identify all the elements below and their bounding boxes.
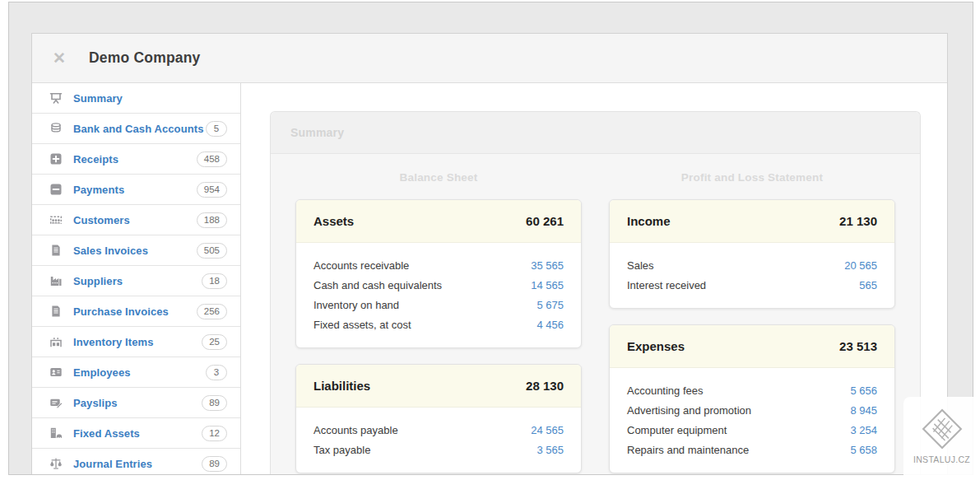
account-amount-link[interactable]: 14 565 (531, 279, 564, 291)
card-total: 21 130 (839, 214, 877, 228)
card-title: Assets (314, 214, 354, 228)
account-row: Fixed assets, at cost4 456 (314, 315, 564, 334)
sidebar-item-bank-and-cash-accounts[interactable]: Bank and Cash Accounts5 (32, 114, 240, 144)
account-label: Fixed assets, at cost (314, 319, 411, 331)
sidebar-item-label: Fixed Assets (73, 427, 202, 440)
sidebar-item-customers[interactable]: Customers188 (32, 205, 240, 235)
sidebar-item-label: Payslips (73, 397, 202, 409)
account-row: Computer equipment3 254 (627, 420, 877, 440)
account-label: Inventory on hand (314, 299, 399, 311)
account-amount-link[interactable]: 4 456 (536, 319, 564, 331)
sidebar-item-employees[interactable]: Employees3 (32, 357, 240, 388)
summary-panel-body: Balance SheetAssets60 261Accounts receiv… (271, 154, 920, 475)
sidebar-item-label: Bank and Cash Accounts (73, 123, 206, 135)
count-badge: 89 (202, 395, 227, 411)
column-heading: Balance Sheet (295, 171, 582, 185)
card-total: 23 513 (839, 339, 877, 353)
sidebar-item-payslips[interactable]: Payslips89 (32, 388, 240, 418)
account-amount-link[interactable]: 3 254 (850, 424, 877, 436)
card-header: Income21 130 (610, 200, 894, 243)
sidebar-item-payments[interactable]: Payments954 (32, 175, 240, 205)
liabilities-card: Liabilities28 130Accounts payable24 565T… (295, 364, 582, 473)
sidebar-item-label: Receipts (73, 153, 197, 165)
column-heading: Profit and Loss Statement (609, 171, 895, 185)
close-icon[interactable]: ✕ (53, 50, 66, 66)
account-amount-link[interactable]: 565 (859, 279, 877, 291)
watermark-text: INSTALUJ.CZ (913, 454, 970, 464)
card-title: Expenses (627, 339, 685, 353)
sidebar-item-fixed-assets[interactable]: Fixed Assets12 (32, 418, 240, 449)
factory-icon (49, 274, 63, 287)
account-amount-link[interactable]: 3 565 (536, 444, 564, 456)
account-row: Accounts payable24 565 (314, 420, 564, 440)
app-body: SummaryBank and Cash Accounts5Receipts45… (32, 83, 947, 475)
account-amount-link[interactable]: 20 565 (844, 259, 877, 272)
account-label: Accounts payable (314, 424, 398, 436)
account-label: Computer equipment (627, 424, 727, 436)
invoice-icon (49, 305, 63, 318)
account-amount-link[interactable]: 24 565 (531, 424, 564, 436)
cards-stack: Income21 130Sales20 565Interest received… (609, 199, 895, 473)
card-header: Assets60 261 (296, 200, 581, 243)
sidebar-item-label: Journal Entries (73, 458, 202, 470)
card-header: Expenses23 513 (610, 325, 894, 368)
account-amount-link[interactable]: 8 945 (850, 404, 877, 417)
account-row: Sales20 565 (627, 255, 877, 275)
count-badge: 954 (197, 182, 227, 198)
presentation-icon (49, 91, 63, 105)
account-label: Interest received (627, 279, 706, 291)
account-label: Advertising and promotion (627, 404, 751, 417)
report-column-profit-and-loss-statement: Profit and Loss StatementIncome21 130Sal… (609, 154, 895, 475)
sidebar-item-label: Suppliers (73, 275, 202, 287)
account-row: Accounting fees5 656 (627, 380, 877, 400)
account-amount-link[interactable]: 5 675 (536, 299, 564, 311)
count-badge: 3 (206, 365, 227, 380)
count-badge: 18 (202, 273, 227, 289)
account-row: Interest received565 (627, 275, 877, 295)
account-label: Accounting fees (627, 384, 704, 397)
count-badge: 5 (206, 121, 227, 137)
account-row: Advertising and promotion8 945 (627, 400, 877, 420)
sidebar-item-purchase-invoices[interactable]: Purchase Invoices256 (32, 296, 240, 327)
sidebar-item-suppliers[interactable]: Suppliers18 (32, 266, 240, 296)
account-label: Sales (627, 259, 654, 272)
card-body: Sales20 565Interest received565 (610, 243, 894, 308)
count-badge: 256 (197, 304, 227, 319)
instaluj-diamond-logo (919, 406, 965, 452)
expenses-card: Expenses23 513Accounting fees5 656Advert… (609, 324, 895, 473)
watermark: INSTALUJ.CZ (903, 397, 980, 480)
assets-card: Assets60 261Accounts receivable35 565Cas… (295, 199, 582, 348)
account-row: Tax payable3 565 (314, 440, 564, 459)
sidebar-item-inventory-items[interactable]: Inventory Items25 (32, 327, 240, 357)
card-header: Liabilities28 130 (296, 365, 581, 408)
count-badge: 505 (197, 243, 227, 259)
report-columns: Balance SheetAssets60 261Accounts receiv… (295, 154, 895, 475)
sidebar-item-summary[interactable]: Summary (32, 83, 240, 114)
sidebar-item-label: Inventory Items (73, 336, 202, 348)
sidebar-item-sales-invoices[interactable]: Sales Invoices505 (32, 235, 240, 266)
card-body: Accounts receivable35 565Cash and cash e… (296, 243, 581, 347)
sidebar-item-label: Sales Invoices (73, 245, 197, 257)
report-column-balance-sheet: Balance SheetAssets60 261Accounts receiv… (295, 154, 582, 475)
id-card-icon (49, 366, 63, 379)
sidebar-item-label: Purchase Invoices (73, 305, 197, 318)
count-badge: 89 (202, 456, 227, 472)
summary-panel: Summary Balance SheetAssets60 261Account… (270, 111, 921, 475)
account-row: Inventory on hand5 675 (314, 295, 564, 315)
sidebar-item-receipts[interactable]: Receipts458 (32, 144, 240, 175)
fixed-assets-icon (49, 426, 63, 440)
coins-icon (49, 122, 63, 135)
account-amount-link[interactable]: 5 658 (850, 444, 877, 456)
account-row: Cash and cash equivalents14 565 (314, 275, 564, 295)
count-badge: 25 (202, 334, 227, 350)
sidebar-item-label: Payments (73, 184, 197, 196)
count-badge: 188 (197, 212, 227, 228)
card-body: Accounts payable24 565Tax payable3 565 (296, 408, 581, 473)
sidebar-item-label: Customers (73, 214, 197, 226)
account-amount-link[interactable]: 5 656 (850, 384, 877, 397)
count-badge: 458 (197, 151, 227, 167)
sidebar-item-journal-entries[interactable]: Journal Entries89 (32, 449, 240, 475)
account-label: Cash and cash equivalents (314, 279, 442, 291)
account-amount-link[interactable]: 35 565 (531, 259, 564, 272)
customers-icon (49, 213, 63, 226)
